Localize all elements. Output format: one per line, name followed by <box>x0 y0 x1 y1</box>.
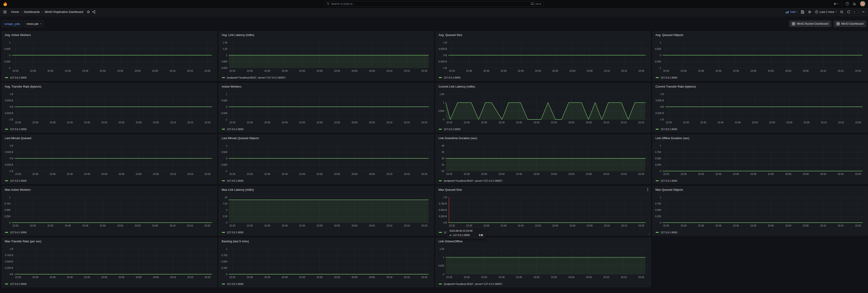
legend-label: 127.0.0.1:9000 <box>444 76 460 79</box>
legend-item[interactable]: {endpoint="localhost:9010", server="127.… <box>439 180 502 182</box>
svg-text:22:25: 22:25 <box>12 69 18 72</box>
add-panel-button[interactable]: Add ▾ <box>785 10 797 13</box>
legend-item[interactable]: 127.0.0.1:9000 <box>5 76 27 79</box>
svg-text:23:00: 23:00 <box>351 276 358 279</box>
time-series-chart[interactable]: 1 B0.500 B0 B-0.500 B-1 B22:2522:3022:35… <box>653 83 867 124</box>
svg-text:23:15: 23:15 <box>838 69 843 72</box>
legend-item[interactable]: 127.0.0.1:9000 <box>656 128 677 131</box>
breadcrumb-dashboards[interactable]: Dashboards <box>24 10 40 13</box>
legend-item[interactable]: 127.0.0.1:9000 <box>439 128 460 131</box>
svg-text:22:40: 22:40 <box>282 121 287 124</box>
time-series-chart[interactable]: 10.5000-0.500-122:2522:3022:3522:4022:45… <box>653 32 867 73</box>
star-icon[interactable] <box>87 10 90 13</box>
chevron-up-icon[interactable] <box>862 10 865 13</box>
link-minio-bucket-dashboard[interactable]: MinIO Bucket Dashboard <box>789 21 831 27</box>
svg-text:1.20: 1.20 <box>223 47 227 50</box>
refresh-interval-dropdown[interactable]: ▾ <box>854 11 855 13</box>
svg-text:22:35: 22:35 <box>264 224 270 227</box>
legend-item[interactable]: 127.0.0.1:9000 <box>656 76 677 79</box>
new-menu-button[interactable]: ▾ <box>833 2 838 5</box>
svg-text:0.500: 0.500 <box>221 151 227 153</box>
breadcrumb-home[interactable]: Home <box>11 10 19 13</box>
legend-item[interactable]: {endpoint="localhost:9010", server="127.… <box>439 283 502 285</box>
time-series-chart[interactable]: 1 B0.500 B0 B-0.500 B-1 B22:2522:3022:35… <box>2 135 217 176</box>
time-series-chart[interactable]: 10.7500.5000.250022:2522:3022:3522:4022:… <box>653 187 867 228</box>
time-range-picker[interactable]: Last 1 hour ▾ <box>815 10 837 13</box>
time-series-chart[interactable]: 10.7500.5000.250022:2522:3022:3522:4022:… <box>2 187 217 228</box>
svg-text:23:00: 23:00 <box>568 173 575 175</box>
svg-text:22:25: 22:25 <box>663 224 669 227</box>
series-color-dash <box>222 129 225 130</box>
time-series-chart[interactable]: 403530252022:2522:3022:3522:4022:4522:50… <box>436 135 650 176</box>
svg-text:0.600: 0.600 <box>221 67 227 69</box>
svg-text:23:20: 23:20 <box>638 121 644 124</box>
time-series-chart[interactable]: 1 B0.500 B0 B-0.500 B-1 B22:2522:3022:35… <box>2 83 217 124</box>
grafana-logo-icon[interactable] <box>3 1 8 6</box>
legend-item[interactable]: 127.0.0.1:9000 <box>222 128 243 131</box>
search-bar[interactable]: ctrl+k <box>324 1 544 6</box>
legend-item[interactable]: 127.0.0.1:9000 <box>439 76 460 79</box>
settings-gear-icon[interactable] <box>808 10 811 14</box>
refresh-icon[interactable] <box>847 10 850 14</box>
legend-item[interactable]: 127.0.0.1:9000 <box>222 180 243 182</box>
share-icon[interactable] <box>92 10 96 13</box>
svg-text:22:45: 22:45 <box>299 276 305 279</box>
search-input[interactable] <box>331 2 529 5</box>
search-icon <box>327 2 330 5</box>
legend-label: 127.0.0.1:9000 <box>10 283 27 285</box>
variable-value-dropdown[interactable]: minio-job ▾ <box>24 20 44 27</box>
menu-icon[interactable] <box>3 10 7 13</box>
svg-text:22:35: 22:35 <box>47 224 53 227</box>
time-series-chart[interactable]: 1.401.2010.8000.60022:2522:3022:3522:402… <box>219 32 434 73</box>
legend-item[interactable]: 127.0.0.1:9000 <box>5 128 27 131</box>
time-series-chart[interactable]: 1 B0.750 B0.500 B0.250 B0 B22:2522:3022:… <box>2 238 217 279</box>
svg-text:23:00: 23:00 <box>569 224 575 227</box>
dashboard-controls-row: scrape_jobs minio-job ▾ MinIO Bucket Das… <box>2 20 866 27</box>
legend-item[interactable]: 127.0.0.1:9000 <box>656 231 677 234</box>
time-series-chart[interactable]: 10.5000-0.500-122:2522:3022:3522:4022:45… <box>219 83 434 124</box>
legend-item[interactable]: 127.0.0.1:9000 <box>5 283 27 285</box>
panel-max-queued-objects: Max Queued Objects10.7500.5000.250022:25… <box>652 186 868 235</box>
time-series-chart[interactable]: 107.5052.50022:2522:3022:3522:4022:4522:… <box>219 187 434 228</box>
legend-item[interactable]: 127.0.0.1:9000 <box>5 231 27 234</box>
breadcrumb-separator: › <box>42 10 43 13</box>
svg-text:22:35: 22:35 <box>50 121 56 124</box>
legend-label: 127.0.0.1:9000 <box>661 128 677 131</box>
time-series-chart[interactable]: 1.5010.500022:2522:3022:3522:4022:4522:5… <box>436 83 650 124</box>
svg-text:0: 0 <box>9 54 10 57</box>
svg-text:23:05: 23:05 <box>803 173 809 175</box>
svg-text:23:15: 23:15 <box>187 173 193 175</box>
svg-text:0.500: 0.500 <box>655 208 661 211</box>
svg-text:22:40: 22:40 <box>282 276 287 279</box>
series-color-dash <box>656 180 659 181</box>
legend-item[interactable]: 127.0.0.1:9000 <box>222 231 243 234</box>
time-series-chart[interactable]: 10.5000-0.500-122:2522:3022:3522:4022:45… <box>2 32 217 73</box>
legend-item[interactable]: 127.0.0.1:9000 <box>222 283 243 285</box>
svg-text:22:30: 22:30 <box>247 69 253 72</box>
svg-text:22:55: 22:55 <box>334 276 340 279</box>
time-series-chart[interactable]: 10.7500.5000.250022:2522:3022:3522:4022:… <box>653 135 867 176</box>
zoom-out-icon[interactable] <box>840 10 843 14</box>
user-avatar[interactable] <box>860 1 865 6</box>
time-series-chart[interactable]: 1.5010.500022:2522:3022:3522:4022:4522:5… <box>436 238 650 279</box>
time-series-chart[interactable]: 10.7500.5000.250022:2522:3022:3522:4022:… <box>219 238 434 279</box>
svg-text:23:05: 23:05 <box>153 121 159 124</box>
panel-resize-handle[interactable] <box>648 233 650 235</box>
help-icon[interactable]: ? <box>845 2 849 5</box>
svg-text:22:50: 22:50 <box>101 276 107 279</box>
time-series-chart[interactable]: 1 B0.500 B0 B-0.500 B-1 B22:2522:3022:35… <box>436 32 650 73</box>
link-minio-dashboard[interactable]: MinIO Dashboard <box>834 21 866 27</box>
legend-item[interactable]: {endpoint="localhost:9010", server="127.… <box>222 76 285 79</box>
svg-text:23:10: 23:10 <box>604 224 610 227</box>
svg-text:22:25: 22:25 <box>446 173 452 175</box>
svg-text:0.500 B: 0.500 B <box>439 47 447 50</box>
time-series-chart[interactable]: 1 B0.750 B0.500 B0.250 B0 B22:2522:3022:… <box>436 187 650 228</box>
legend-item[interactable]: 127.0.0.1:9000 <box>5 180 27 182</box>
legend-label: 127.0.0.1:9000 <box>10 128 27 131</box>
svg-text:22:35: 22:35 <box>481 121 487 124</box>
news-icon[interactable] <box>852 2 857 6</box>
svg-text:22:45: 22:45 <box>83 69 88 72</box>
legend-item[interactable]: 127.0.0.1:9000 <box>656 180 677 182</box>
save-icon[interactable] <box>801 10 804 14</box>
time-series-chart[interactable]: 10.5000-0.500-122:2522:3022:3522:4022:45… <box>219 135 434 176</box>
